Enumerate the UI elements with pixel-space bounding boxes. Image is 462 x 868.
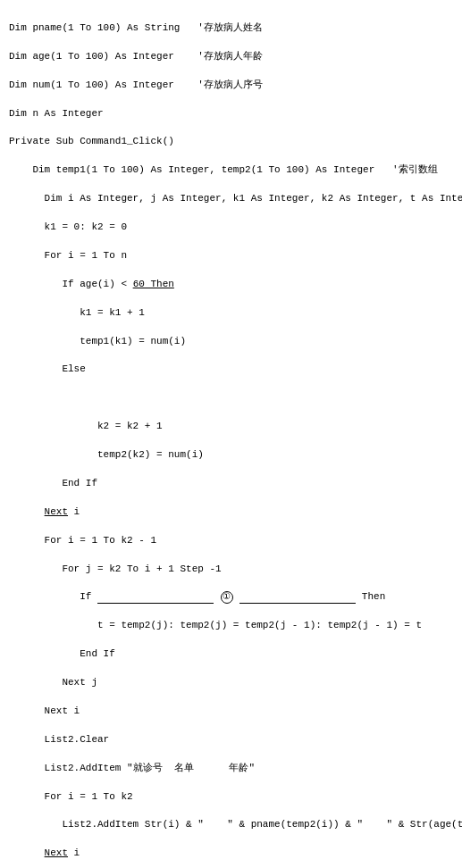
line-13: Else [9,363,86,374]
line-27: List2.AddItem "就诊号 名单 年龄" [9,763,255,773]
line-4: Dim n As Integer [9,108,104,119]
next-i-2: Next [45,847,68,858]
line-19: For i = 1 To k2 - 1 [9,535,156,546]
line-30: Next i [9,847,80,858]
blank-1 [97,603,214,604]
line-22: t = temp2(j): temp2(j) = temp2(j - 1): t… [9,620,422,630]
blank-2 [239,603,356,604]
line-18: Next i [9,506,80,517]
line-12: temp1(k1) = num(i) [9,336,186,346]
line-17: End If [9,478,97,488]
next-i-1: Next [45,506,68,517]
line-3: Dim num(1 To 100) As Integer '存放病人序号 [9,79,263,90]
line-28: For i = 1 To k2 [9,791,133,802]
line-23: End If [9,648,115,659]
line-24: Next j [9,677,97,688]
line-11: k1 = k1 + 1 [9,307,145,318]
line-20: For j = k2 To i + 1 Step -1 [9,563,222,574]
line-6: Dim temp1(1 To 100) As Integer, temp2(1 … [9,164,438,175]
line-15: k2 = k2 + 1 [9,421,163,431]
line-25: Next i [9,705,80,716]
line-8: k1 = 0: k2 = 0 [9,221,127,232]
sixty-then: 60 Then [133,279,174,289]
code-container: Dim pname(1 To 100) As String '存放病人姓名 Di… [9,7,453,868]
line-1: Dim pname(1 To 100) As String '存放病人姓名 [9,22,263,33]
line-9: For i = 1 To n [9,250,127,261]
line-26: List2.Clear [9,734,109,745]
line-5: Private Sub Command1_Click() [9,136,174,146]
line-29: List2.AddItem Str(i) & " " & pname(temp2… [9,819,462,830]
line-21: If ① Then [9,591,385,602]
line-2: Dim age(1 To 100) As Integer '存放病人年龄 [9,51,263,62]
line-7: Dim i As Integer, j As Integer, k1 As In… [9,193,462,204]
circle-1: ① [221,591,233,604]
line-10: If age(i) < 60 Then [9,279,174,289]
line-16: temp2(k2) = num(i) [9,449,204,460]
